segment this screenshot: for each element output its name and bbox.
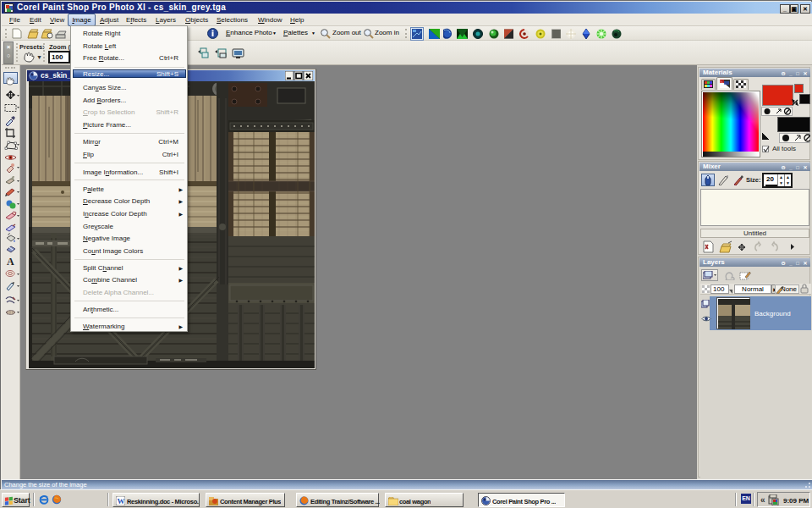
svg-text:W: W [118,497,125,505]
svg-text:A: A [7,256,14,268]
